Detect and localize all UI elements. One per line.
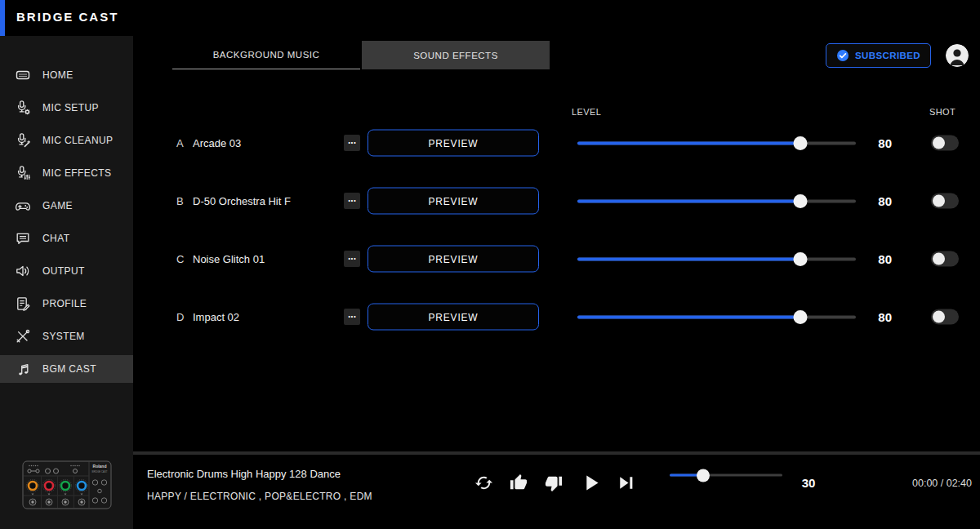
sidebar-item-output[interactable]: OUTPUT — [0, 257, 133, 285]
repeat-button[interactable] — [474, 473, 493, 495]
shot-toggle[interactable] — [931, 136, 959, 151]
slider-thumb[interactable] — [793, 194, 807, 208]
toggle-knob — [933, 195, 945, 207]
sidebar-item-bgm-cast[interactable]: BGM CAST — [0, 355, 133, 383]
slider-thumb[interactable] — [793, 136, 807, 150]
mic-gear-icon — [15, 100, 31, 116]
slot-letter: C — [176, 253, 184, 265]
sidebar-item-label: GAME — [42, 200, 73, 211]
sidebar-item-system[interactable]: SYSTEM — [0, 322, 133, 350]
level-value: 80 — [864, 136, 892, 150]
main-panel: BACKGROUND MUSIC SOUND EFFECTS SUBSCRIBE… — [133, 36, 980, 529]
effect-name: D-50 Orchestra Hit F — [193, 195, 291, 207]
volume-value: 30 — [795, 476, 822, 490]
toggle-knob — [933, 311, 945, 323]
level-column-label: LEVEL — [572, 107, 601, 117]
device-model-label: BRIDGE CAST — [92, 470, 108, 473]
slider-thumb[interactable] — [793, 252, 807, 266]
sidebar-item-profile[interactable]: PROFILE — [0, 290, 133, 318]
user-icon — [946, 44, 969, 67]
sidebar-item-mic-cleanup[interactable]: MIC CLEANUP — [0, 127, 133, 154]
music-note-icon — [15, 361, 31, 377]
check-circle-icon — [836, 49, 849, 62]
subscribed-badge[interactable]: SUBSCRIBED — [826, 43, 931, 68]
sidebar-item-label: MIC EFFECTS — [42, 167, 111, 179]
slider-fill — [577, 258, 800, 261]
sidebar-item-game[interactable]: GAME — [0, 192, 133, 220]
slider-fill — [577, 200, 800, 203]
mic-sliders-icon — [15, 165, 31, 181]
tab-sound-effects[interactable]: SOUND EFFECTS — [362, 41, 550, 69]
slider-fill — [577, 316, 800, 319]
more-options-button[interactable]: ... — [344, 251, 360, 267]
play-icon — [578, 470, 604, 496]
thumbs-up-button[interactable] — [510, 473, 528, 494]
preview-button[interactable]: PREVIEW — [368, 188, 539, 215]
sidebar-item-label: MIC SETUP — [42, 102, 99, 113]
preview-button[interactable]: PREVIEW — [368, 246, 539, 273]
sidebar-item-label: PROFILE — [42, 298, 87, 309]
header: BRIDGE CAST — [0, 0, 980, 36]
slider-thumb[interactable] — [697, 469, 710, 482]
level-value: 80 — [864, 252, 892, 266]
slot-letter: B — [176, 195, 184, 207]
thumbs-down-button[interactable] — [545, 474, 563, 495]
thumbs-down-icon — [545, 474, 563, 492]
shot-column-label: SHOT — [929, 107, 956, 117]
slot-letter: A — [176, 137, 184, 149]
sidebar-item-label: OUTPUT — [42, 265, 85, 277]
player-bar: Electronic Drums High Happy 128 Dance HA… — [133, 451, 980, 529]
slider-thumb[interactable] — [793, 310, 807, 324]
chat-icon — [15, 230, 31, 247]
account-avatar[interactable] — [946, 44, 969, 67]
effect-row-b: B D-50 Orchestra Hit F ... PREVIEW 80 — [133, 186, 980, 216]
track-title: Electronic Drums High Happy 128 Dance — [147, 468, 341, 480]
device-brand-label: Roland — [93, 464, 107, 469]
level-value: 80 — [864, 194, 892, 208]
effect-row-a: A Arcade 03 ... PREVIEW 80 — [133, 128, 980, 158]
level-slider[interactable] — [577, 252, 856, 266]
document-pencil-icon — [15, 296, 31, 312]
shot-toggle[interactable] — [931, 251, 959, 267]
device-icon — [15, 67, 31, 83]
repeat-icon — [474, 473, 493, 492]
sidebar-item-home[interactable]: HOME — [0, 61, 133, 89]
accent-bar — [0, 0, 5, 36]
sidebar-item-mic-setup[interactable]: MIC SETUP — [0, 94, 133, 122]
skip-next-icon — [614, 471, 638, 495]
device-illustration: Roland BRIDGE CAST — [22, 460, 112, 510]
toggle-knob — [933, 253, 945, 265]
sidebar-item-label: HOME — [42, 69, 74, 81]
track-tags: HAPPY / ELECTRONIC , POP&ELECTRO , EDM — [147, 491, 372, 502]
more-options-button[interactable]: ... — [344, 309, 360, 325]
sidebar-item-chat[interactable]: CHAT — [0, 224, 133, 252]
gamepad-icon — [15, 198, 31, 214]
effect-name: Noise Glitch 01 — [193, 253, 265, 265]
volume-slider[interactable] — [670, 469, 782, 482]
slider-fill — [577, 142, 800, 145]
sidebar: HOME MIC SETUP MIC CLEANUP MIC EFFECTS G… — [0, 36, 133, 529]
thumbs-up-icon — [510, 473, 528, 491]
app-title: BRIDGE CAST — [16, 10, 118, 24]
next-track-button[interactable] — [614, 471, 638, 497]
level-slider[interactable] — [577, 194, 856, 208]
effect-row-d: D Impact 02 ... PREVIEW 80 — [133, 302, 980, 331]
effect-name: Arcade 03 — [193, 137, 241, 149]
shot-toggle[interactable] — [931, 193, 959, 209]
play-button[interactable] — [578, 470, 604, 498]
preview-button[interactable]: PREVIEW — [368, 130, 539, 157]
preview-button[interactable]: PREVIEW — [368, 304, 539, 331]
shot-toggle[interactable] — [931, 309, 959, 325]
time-display: 00:00 / 02:40 — [912, 478, 972, 489]
effect-name: Impact 02 — [193, 311, 239, 323]
level-slider[interactable] — [577, 136, 856, 150]
app-window: BRIDGE CAST HOME MIC SETUP MIC CLEANUP M… — [0, 0, 980, 529]
more-options-button[interactable]: ... — [344, 135, 360, 151]
level-slider[interactable] — [577, 310, 856, 324]
sidebar-item-mic-effects[interactable]: MIC EFFECTS — [0, 159, 133, 187]
sidebar-item-label: CHAT — [42, 233, 69, 244]
sidebar-item-label: SYSTEM — [42, 331, 85, 342]
more-options-button[interactable]: ... — [344, 193, 360, 209]
tab-background-music[interactable]: BACKGROUND MUSIC — [172, 41, 360, 69]
sidebar-item-label: BGM CAST — [42, 363, 96, 375]
